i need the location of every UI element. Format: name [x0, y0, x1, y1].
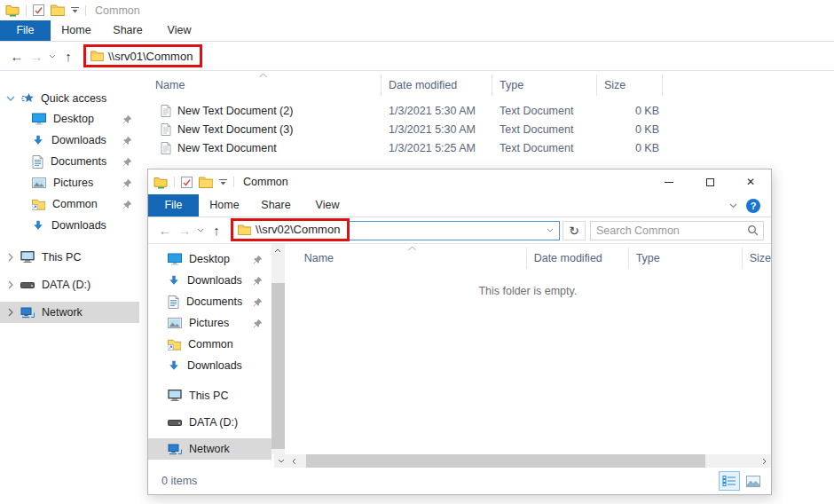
help-button[interactable]: ? [746, 199, 760, 213]
scroll-down-icon[interactable] [274, 454, 287, 468]
pin-icon [253, 297, 263, 307]
horizontal-scrollbar[interactable] [287, 454, 771, 468]
address-dropdown-chevron-icon[interactable] [547, 228, 554, 232]
sidebar-item-desktop[interactable]: Desktop [0, 108, 139, 130]
tab-file[interactable]: File [148, 194, 199, 217]
forward-button[interactable]: → [27, 49, 46, 64]
sidebar-item-network[interactable]: Network [0, 302, 139, 323]
sidebar-item-label: This PC [189, 390, 228, 402]
qat-customize-chevron-icon[interactable] [71, 7, 79, 13]
sidebar-item-documents[interactable]: Documents [0, 151, 139, 172]
tab-home[interactable]: Home [51, 20, 102, 41]
pin-icon [253, 276, 263, 286]
column-header-name[interactable]: Name [148, 75, 382, 96]
back-button[interactable]: ← [7, 49, 27, 64]
address-text[interactable]: \\srv01\Common [108, 50, 193, 63]
search-input[interactable] [596, 224, 747, 237]
pin-icon [122, 200, 132, 209]
sidebar-item-desktop[interactable]: Desktop [148, 248, 271, 270]
scroll-left-icon[interactable] [287, 454, 301, 468]
sidebar-item-documents[interactable]: Documents [148, 291, 271, 312]
file-row[interactable]: New Text Document (2) 1/3/2021 5:30 AM T… [148, 101, 834, 120]
chevron-right-icon[interactable] [8, 308, 13, 317]
sidebar-item-pictures[interactable]: Pictures [0, 172, 139, 193]
scroll-up-icon[interactable] [271, 244, 285, 256]
sidebar-item-label: Downloads [187, 274, 242, 287]
file-date: 1/3/2021 5:25 AM [382, 142, 492, 154]
sidebar-item-pictures[interactable]: Pictures [148, 312, 271, 334]
sidebar-item-downloads-2[interactable]: Downloads [0, 215, 139, 236]
minimize-button[interactable] [649, 169, 689, 194]
address-text[interactable]: \\srv02\Common [256, 223, 340, 236]
recent-locations-chevron-icon[interactable] [46, 54, 59, 59]
close-button[interactable]: ✕ [730, 169, 771, 194]
thumbnails-view-button[interactable] [743, 471, 764, 491]
column-header-type[interactable]: Type [629, 248, 743, 269]
column-header-size[interactable]: Size [743, 248, 771, 269]
recent-locations-chevron-icon[interactable] [194, 228, 207, 232]
items-count: 0 items [161, 475, 197, 487]
qat-customize-chevron-icon[interactable] [219, 179, 227, 185]
sidebar-item-data-drive[interactable]: DATA (D:) [0, 274, 139, 295]
sidebar-item-common[interactable]: Common [0, 193, 139, 215]
sidebar-item-label: Desktop [53, 113, 94, 125]
qat-properties-icon[interactable] [33, 4, 44, 16]
file-name: New Text Document (2) [177, 105, 293, 117]
qat-new-folder-icon[interactable] [51, 4, 65, 16]
tab-view[interactable]: View [153, 20, 205, 41]
chevron-down-icon[interactable] [6, 96, 15, 101]
window2-scroll-row [148, 454, 771, 468]
address-bar[interactable]: \\srv02\Common [232, 221, 560, 240]
sidebar-item-quick-access[interactable]: Quick access [0, 89, 139, 108]
back-button[interactable]: ← [155, 223, 175, 238]
sidebar-item-label: Documents [51, 155, 106, 168]
sidebar-item-label: DATA (D:) [42, 279, 90, 291]
qat-new-folder-icon[interactable] [199, 177, 213, 188]
pin-icon [122, 178, 132, 188]
chevron-right-icon[interactable] [8, 280, 13, 289]
column-header-date-modified[interactable]: Date modified [527, 248, 629, 269]
tab-share[interactable]: Share [102, 20, 153, 41]
search-icon[interactable] [747, 224, 759, 236]
up-button[interactable]: ↑ [59, 49, 78, 64]
sidebar-item-data-drive[interactable]: DATA (D:) [148, 412, 271, 433]
scroll-right-icon[interactable] [758, 454, 771, 468]
sidebar-item-downloads[interactable]: Downloads [0, 130, 139, 151]
sidebar-item-common[interactable]: Common [148, 334, 271, 355]
titlebar-separator [85, 5, 86, 16]
expand-ribbon-chevron-icon[interactable] [729, 203, 737, 209]
forward-button[interactable]: → [175, 223, 194, 238]
file-type: Text Document [492, 123, 597, 136]
folder-icon [238, 224, 251, 235]
scrollbar-thumb[interactable] [271, 283, 285, 449]
tab-file[interactable]: File [0, 20, 51, 41]
up-button[interactable]: ↑ [207, 223, 226, 238]
chevron-right-icon[interactable] [8, 253, 13, 262]
file-row[interactable]: New Text Document (3) 1/3/2021 5:30 AM T… [148, 120, 834, 138]
tab-home[interactable]: Home [199, 194, 250, 217]
downloads-icon [168, 360, 180, 372]
sidebar-item-this-pc[interactable]: This PC [0, 247, 139, 268]
file-row[interactable]: New Text Document 1/3/2021 5:25 AM Text … [148, 138, 834, 157]
sort-ascending-icon [407, 246, 417, 251]
sidebar-item-this-pc[interactable]: This PC [148, 385, 271, 406]
maximize-button[interactable] [689, 169, 730, 194]
window2-sidebar: Desktop Downloads Documents Pictures [148, 244, 271, 454]
scrollbar-thumb[interactable] [306, 454, 705, 468]
text-document-icon [161, 142, 171, 154]
pin-icon [122, 114, 132, 124]
column-header-date-modified[interactable]: Date modified [382, 75, 492, 96]
sidebar-scrollbar[interactable] [271, 244, 285, 454]
column-header-name[interactable]: Name [297, 248, 527, 269]
tab-view[interactable]: View [302, 194, 353, 217]
annotation-highlight-srv02: \\srv02\Common [231, 218, 350, 241]
column-header-type[interactable]: Type [492, 75, 597, 96]
details-view-button[interactable] [719, 471, 740, 491]
column-header-size[interactable]: Size [597, 75, 663, 96]
sidebar-item-downloads[interactable]: Downloads [148, 270, 271, 291]
sidebar-item-downloads-2[interactable]: Downloads [148, 355, 271, 376]
refresh-button[interactable]: ↻ [563, 221, 586, 240]
tab-share[interactable]: Share [250, 194, 302, 217]
pictures-icon [168, 318, 182, 328]
qat-properties-icon[interactable] [181, 177, 193, 188]
